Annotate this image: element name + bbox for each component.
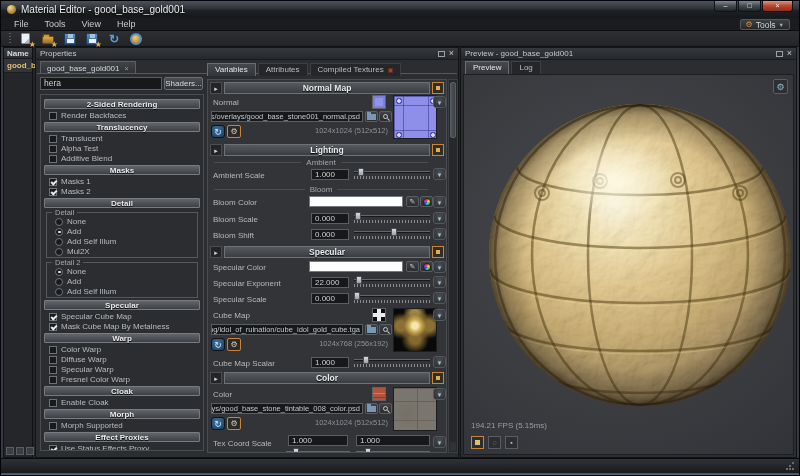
row-dropdown-button[interactable]: ▼ [433, 212, 446, 224]
variables-scrollbar[interactable] [448, 79, 458, 453]
menu-view[interactable]: View [74, 19, 109, 29]
section-title[interactable]: Color [224, 372, 430, 384]
close-dock-icon[interactable]: × [787, 50, 792, 57]
cube-map-scalar-value[interactable]: 1.000 [311, 357, 349, 368]
browse-folder-button[interactable] [365, 111, 378, 122]
preview-settings-button[interactable]: ⚙ [773, 79, 788, 94]
checkbox-mask-cube-map[interactable]: Mask Cube Map By Metalness [49, 322, 199, 331]
row-dropdown-button[interactable]: ▼ [433, 261, 446, 273]
ambient-scale-value[interactable]: 1.000 [311, 169, 349, 180]
collapse-arrow-icon[interactable]: ▸ [210, 82, 222, 94]
menu-help[interactable]: Help [109, 19, 144, 29]
bloom-shift-slider[interactable] [354, 228, 430, 239]
checkbox-specular-warp[interactable]: Specular Warp [49, 365, 199, 374]
bloom-scale-slider[interactable] [354, 212, 430, 223]
refresh-button[interactable]: ↻ [105, 32, 123, 46]
name-column-header[interactable]: Name [4, 48, 32, 59]
specular-scale-slider[interactable] [354, 292, 430, 303]
radio[interactable] [55, 248, 63, 256]
tab-close-icon[interactable]: × [125, 65, 129, 72]
checkbox-morph-supported[interactable]: Morph Supported [49, 421, 199, 430]
tab-compiled-textures[interactable]: Compiled Textures [310, 63, 401, 76]
eyedropper-button[interactable]: ✎ [406, 261, 419, 272]
scrollbar-thumb[interactable] [450, 82, 456, 138]
list-mini-button[interactable] [16, 447, 24, 455]
section-title[interactable]: Specular [224, 246, 430, 258]
close-dock-icon[interactable]: × [449, 50, 454, 57]
reload-preview-button[interactable] [127, 32, 145, 46]
browse-folder-button[interactable] [365, 324, 378, 335]
radio-detail2-add-self-illum[interactable]: Add Self Illum [55, 287, 193, 296]
color-texture-path-input[interactable]: materials/overlays/good_base_stone_tinta… [211, 403, 363, 414]
normal-map-mini-thumb[interactable] [372, 95, 386, 109]
list-mini-button[interactable] [6, 447, 14, 455]
checkbox-fresnel-color-warp[interactable]: Fresnel Color Warp [49, 375, 199, 384]
section-option-button[interactable] [432, 372, 444, 384]
browse-folder-button[interactable] [365, 403, 378, 414]
eyedropper-button[interactable]: ✎ [406, 196, 419, 207]
tex-coord-u-slider[interactable] [286, 448, 350, 453]
checkbox[interactable] [49, 346, 57, 354]
checkbox-masks-1[interactable]: Masks 1 [49, 177, 199, 186]
preview-mode-button[interactable]: ◌ [488, 436, 501, 449]
cube-map-scalar-slider[interactable] [354, 356, 430, 367]
maximize-button[interactable]: □ [738, 1, 761, 12]
checkbox-status-effects-proxy[interactable]: Use Status Effects Proxy [49, 444, 199, 451]
normal-map-path-input[interactable]: materials/overlays/good_base_stone001_no… [211, 111, 363, 122]
color-wheel-button[interactable] [420, 261, 433, 272]
save-as-button[interactable]: ★ [83, 32, 101, 46]
cube-map-path-input[interactable]: materials/models/items/undying/idol_of_r… [211, 324, 363, 335]
radio[interactable] [55, 238, 63, 246]
checkbox[interactable] [49, 145, 57, 153]
checkbox-enable-cloak[interactable]: Enable Cloak [49, 398, 199, 407]
resize-grip[interactable] [785, 461, 795, 471]
menu-tools[interactable]: Tools [37, 19, 74, 29]
inspect-texture-button[interactable] [379, 403, 392, 414]
checkbox-color-warp[interactable]: Color Warp [49, 345, 199, 354]
row-dropdown-button[interactable]: ▼ [433, 388, 446, 400]
color-mini-thumb[interactable] [372, 387, 386, 401]
checkbox-additive-blend[interactable]: Additive Blend [49, 154, 199, 163]
title-bar[interactable]: Material Editor - good_base_gold001 – □ … [1, 1, 799, 18]
menu-file[interactable]: File [6, 19, 37, 29]
preview-mode-button-active[interactable] [471, 436, 484, 449]
shaders-button[interactable]: Shaders... [164, 77, 203, 90]
collapse-arrow-icon[interactable]: ▸ [210, 372, 222, 384]
checkbox-render-backfaces[interactable]: Render Backfaces [49, 111, 199, 120]
properties-dock-header[interactable]: Properties × [36, 48, 458, 60]
checkbox-checked[interactable] [49, 313, 57, 321]
row-dropdown-button[interactable]: ▼ [433, 292, 446, 304]
section-option-button[interactable] [432, 144, 444, 156]
tab-preview[interactable]: Preview [465, 61, 509, 74]
checkbox-checked[interactable] [49, 445, 57, 452]
tex-coord-v-slider[interactable] [356, 448, 430, 453]
checkbox[interactable] [49, 366, 57, 374]
radio-detail-none[interactable]: None [55, 217, 193, 226]
collapse-arrow-icon[interactable]: ▸ [210, 144, 222, 156]
texture-settings-button[interactable]: ⚙ [227, 417, 241, 430]
specular-exponent-slider[interactable] [354, 276, 430, 287]
radio-selected[interactable] [55, 228, 63, 236]
preview-viewport[interactable]: ⚙ 194.21 FPS (5.15ms) ◌ ▪ [463, 74, 794, 455]
preview-dock-header[interactable]: Preview - good_base_gold001 × [461, 48, 796, 60]
row-dropdown-button[interactable]: ▼ [433, 276, 446, 288]
checkbox[interactable] [49, 356, 57, 364]
radio[interactable] [55, 278, 63, 286]
color-wheel-button[interactable] [420, 196, 433, 207]
row-dropdown-button[interactable]: ▼ [433, 168, 446, 180]
inspect-texture-button[interactable] [379, 324, 392, 335]
tab-log[interactable]: Log [511, 61, 540, 74]
open-material-button[interactable]: ★ [39, 32, 57, 46]
checkbox-specular-cube-map[interactable]: Specular Cube Map [49, 312, 199, 321]
checkbox[interactable] [49, 399, 57, 407]
checkbox-diffuse-warp[interactable]: Diffuse Warp [49, 355, 199, 364]
cube-map-thumbnail[interactable] [393, 308, 437, 352]
radio-detail2-none[interactable]: None [55, 267, 193, 276]
tools-dropdown-button[interactable]: ⚙ Tools ▼ [740, 19, 790, 30]
radio[interactable] [55, 288, 63, 296]
tab-attributes[interactable]: Attributes [258, 63, 308, 76]
color-texture-thumbnail[interactable] [393, 387, 437, 431]
row-dropdown-button[interactable]: ▼ [433, 96, 446, 108]
texture-settings-button[interactable]: ⚙ [227, 125, 241, 138]
reload-texture-button[interactable]: ↻ [211, 125, 225, 138]
